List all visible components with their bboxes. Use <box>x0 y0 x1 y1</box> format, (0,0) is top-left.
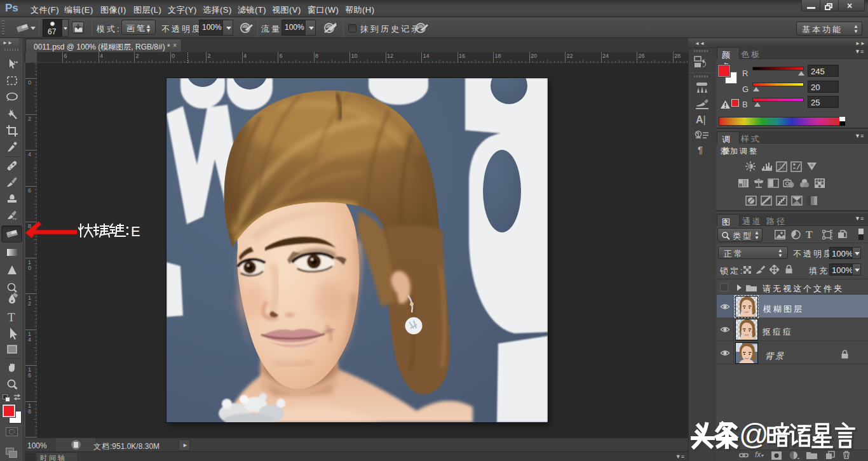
svg-text:@: @ <box>739 418 769 451</box>
svg-text:E: E <box>131 224 140 239</box>
svg-text:T: T <box>8 311 15 324</box>
